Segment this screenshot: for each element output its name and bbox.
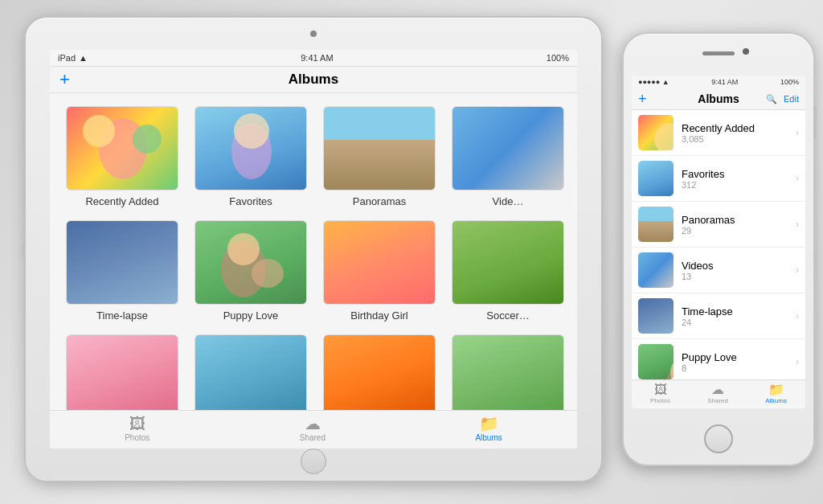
- iphone-tab-shared-label: Shared: [707, 397, 728, 404]
- iphone-thumb-favorites: [638, 161, 674, 196]
- iphone-chevron-puppylove: ›: [796, 356, 799, 367]
- iphone-name-panoramas: Panoramas: [682, 214, 796, 226]
- iphone-add-button[interactable]: +: [638, 91, 647, 108]
- scene: iPad ▲ 9:41 AM 100% + Albums Recently Ad…: [0, 0, 823, 504]
- ipad-wifi-icon: ▲: [79, 53, 88, 63]
- ipad-album-panoramas[interactable]: Panoramas: [323, 106, 436, 207]
- iphone-chevron-timelapse: ›: [796, 310, 799, 322]
- iphone-count-recently-added: 3,085: [682, 134, 796, 144]
- iphone-name-puppylove: Puppy Love: [682, 351, 796, 363]
- iphone-camera: [743, 48, 749, 55]
- ipad-album-thumb-birthday-girl: [323, 220, 436, 305]
- iphone-name-videos: Videos: [682, 260, 796, 272]
- iphone-tab-photos[interactable]: 🖼 Photos: [650, 383, 670, 404]
- iphone-status-bar: ●●●●● ▲ 9:41 AM 100%: [632, 76, 805, 88]
- ipad-add-button[interactable]: +: [59, 69, 70, 90]
- ipad-nav-bar: + Albums: [50, 67, 577, 93]
- ipad-album-favorites[interactable]: Favorites: [194, 106, 307, 207]
- ipad-album-thumb-recently-added: [66, 106, 178, 191]
- ipad-album-label-favorites: Favorites: [229, 195, 272, 207]
- iphone-device: ●●●●● ▲ 9:41 AM 100% + Albums 🔍 Edit Rec…: [622, 32, 815, 466]
- ipad-album-puppy-love[interactable]: Puppy Love: [194, 220, 307, 322]
- iphone-thumb-recently-added: [638, 115, 674, 150]
- iphone-thumb-videos: [638, 252, 674, 288]
- ipad-album-thumb-row3c: [323, 334, 436, 410]
- ipad-tab-photos[interactable]: 🖼 Photos: [125, 416, 149, 442]
- iphone-time: 9:41 AM: [711, 78, 738, 86]
- ipad-album-thumb-row3d: [452, 334, 564, 410]
- ipad-album-thumb-row3b: [194, 334, 307, 410]
- ipad-album-soccer[interactable]: Soccer…: [452, 220, 564, 322]
- ipad-album-row3c[interactable]: [323, 334, 436, 410]
- iphone-tab-bar: 🖼 Photos ☁ Shared 📁 Albums: [632, 379, 805, 408]
- iphone-tab-shared[interactable]: ☁ Shared: [707, 383, 728, 404]
- ipad-album-timelapse[interactable]: Time-lapse: [66, 220, 178, 322]
- iphone-tab-albums-label: Albums: [765, 397, 787, 404]
- iphone-list-item-recently-added[interactable]: Recently Added 3,085 ›: [632, 110, 805, 156]
- iphone-list-item-panoramas[interactable]: Panoramas 29 ›: [632, 202, 805, 248]
- ipad-album-thumb-panoramas: [323, 106, 436, 191]
- iphone-home-button[interactable]: [704, 424, 733, 453]
- iphone-chevron-panoramas: ›: [796, 219, 799, 230]
- iphone-count-timelapse: 24: [682, 318, 796, 327]
- ipad-album-label-puppy-love: Puppy Love: [223, 309, 279, 322]
- iphone-photos-icon: 🖼: [654, 383, 667, 396]
- iphone-shared-icon: ☁: [711, 383, 724, 396]
- iphone-albums-list: Recently Added 3,085 › Favorites 312 ›: [632, 110, 805, 379]
- ipad-tab-shared-label: Shared: [300, 433, 326, 442]
- ipad-album-label-recently-added: Recently Added: [85, 195, 158, 207]
- iphone-thumb-panoramas: [638, 207, 674, 242]
- iphone-screen: ●●●●● ▲ 9:41 AM 100% + Albums 🔍 Edit Rec…: [632, 76, 805, 408]
- ipad-album-recently-added[interactable]: Recently Added: [66, 106, 178, 207]
- ipad-tab-albums[interactable]: 📁 Albums: [475, 416, 502, 442]
- ipad-home-button[interactable]: [301, 449, 326, 474]
- ipad-album-row3d[interactable]: [452, 334, 564, 410]
- iphone-side-button: [813, 106, 817, 138]
- ipad-tab-albums-label: Albums: [475, 433, 502, 442]
- iphone-thumb-timelapse: [638, 298, 674, 334]
- ipad-albums-icon: 📁: [479, 416, 499, 432]
- ipad-album-row3a[interactable]: [66, 334, 178, 410]
- iphone-albums-icon: 📁: [768, 383, 784, 396]
- ipad-album-row3b[interactable]: [194, 334, 307, 410]
- iphone-speaker: [702, 51, 735, 55]
- ipad-tab-bar: 🖼 Photos ☁ Shared 📁 Albums: [50, 410, 577, 449]
- ipad-album-birthday-girl[interactable]: Birthday Girl: [323, 220, 436, 322]
- iphone-list-item-videos[interactable]: Videos 13 ›: [632, 248, 805, 293]
- iphone-chevron-videos: ›: [796, 264, 799, 276]
- ipad-albums-content: Recently Added Favorites Panoramas Vide…: [50, 93, 577, 410]
- ipad-tab-photos-label: Photos: [125, 433, 149, 442]
- iphone-chevron-recently-added: ›: [796, 127, 799, 138]
- iphone-name-timelapse: Time-lapse: [682, 305, 796, 318]
- iphone-info-videos: Videos 13: [682, 260, 796, 281]
- ipad-side-button: [22, 241, 26, 257]
- iphone-edit-button[interactable]: Edit: [784, 94, 799, 104]
- iphone-thumb-puppylove: [638, 344, 674, 379]
- iphone-list-item-favorites[interactable]: Favorites 312 ›: [632, 156, 805, 202]
- iphone-info-puppylove: Puppy Love 8: [682, 351, 796, 373]
- ipad-battery: 100%: [547, 53, 569, 63]
- iphone-navbar-actions: 🔍 Edit: [766, 94, 799, 104]
- ipad-screen: iPad ▲ 9:41 AM 100% + Albums Recently Ad…: [50, 50, 577, 449]
- ipad-albums-grid: Recently Added Favorites Panoramas Vide…: [66, 106, 561, 410]
- iphone-tab-albums[interactable]: 📁 Albums: [765, 383, 787, 404]
- iphone-info-favorites: Favorites 312: [682, 168, 796, 190]
- ipad-nav-title: Albums: [289, 72, 338, 88]
- iphone-list-item-puppylove[interactable]: Puppy Love 8 ›: [632, 339, 805, 379]
- ipad-shared-icon: ☁: [305, 416, 321, 432]
- iphone-count-puppylove: 8: [682, 363, 796, 373]
- ipad-time: 9:41 AM: [301, 53, 333, 63]
- ipad-camera: [310, 31, 317, 37]
- iphone-search-button[interactable]: 🔍: [766, 94, 777, 104]
- ipad-album-thumb-puppy-love: [194, 220, 307, 305]
- iphone-signal: ●●●●● ▲: [638, 78, 669, 86]
- ipad-tab-shared[interactable]: ☁ Shared: [300, 416, 326, 442]
- ipad-album-label-videos: Vide…: [493, 195, 524, 207]
- iphone-tab-photos-label: Photos: [650, 397, 670, 404]
- ipad-album-videos[interactable]: Vide…: [452, 106, 564, 207]
- iphone-battery: 100%: [780, 78, 799, 86]
- iphone-nav-bar: + Albums 🔍 Edit: [632, 88, 805, 110]
- iphone-info-recently-added: Recently Added 3,085: [682, 122, 796, 144]
- iphone-name-recently-added: Recently Added: [682, 122, 796, 134]
- iphone-list-item-timelapse[interactable]: Time-lapse 24 ›: [632, 293, 805, 339]
